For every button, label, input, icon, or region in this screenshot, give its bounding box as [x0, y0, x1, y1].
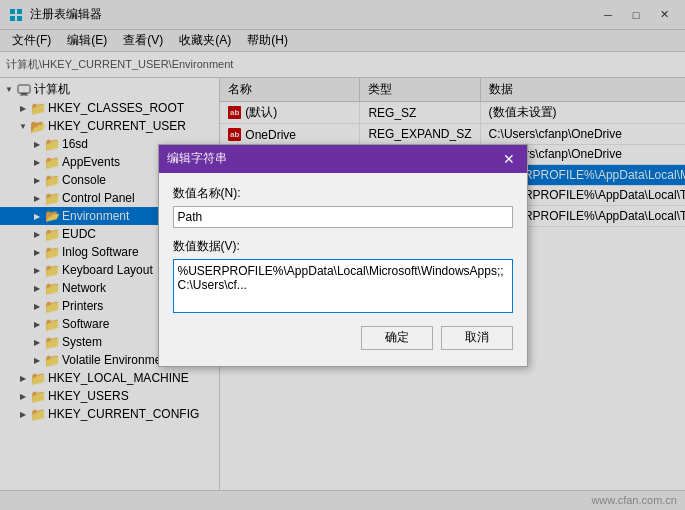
dialog-overlay: 编辑字符串 ✕ 数值名称(N): 数值数据(V): %USERPROFILE%\… [0, 0, 685, 510]
dialog-name-label: 数值名称(N): [173, 185, 513, 202]
dialog-ok-button[interactable]: 确定 [361, 326, 433, 350]
edit-string-dialog: 编辑字符串 ✕ 数值名称(N): 数值数据(V): %USERPROFILE%\… [158, 144, 528, 367]
dialog-title-bar: 编辑字符串 ✕ [159, 145, 527, 173]
dialog-data-input[interactable]: %USERPROFILE%\AppData\Local\Microsoft\Wi… [173, 259, 513, 313]
dialog-cancel-button[interactable]: 取消 [441, 326, 513, 350]
dialog-data-label: 数值数据(V): [173, 238, 513, 255]
dialog-close-button[interactable]: ✕ [499, 149, 519, 169]
dialog-title: 编辑字符串 [167, 150, 227, 167]
dialog-buttons: 确定 取消 [173, 326, 513, 354]
dialog-body: 数值名称(N): 数值数据(V): %USERPROFILE%\AppData\… [159, 173, 527, 366]
dialog-name-input[interactable] [173, 206, 513, 228]
